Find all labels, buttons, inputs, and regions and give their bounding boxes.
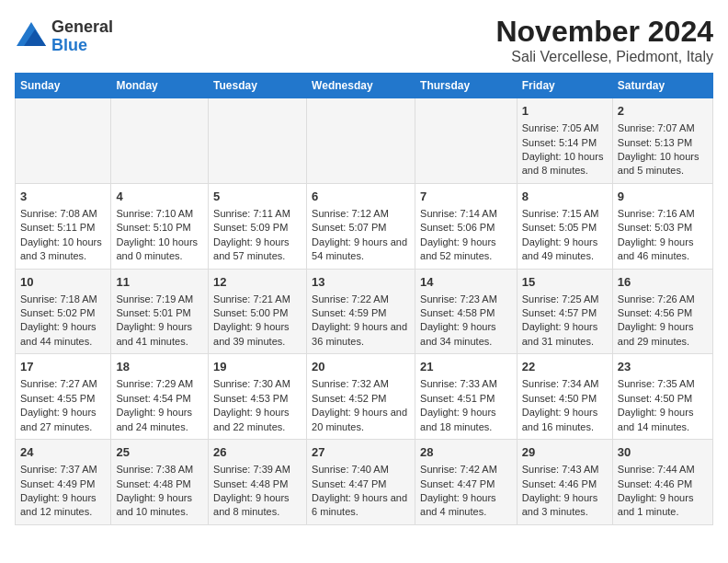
calendar-cell: 18Sunrise: 7:29 AM Sunset: 4:54 PM Dayli… <box>111 354 209 440</box>
calendar-cell: 27Sunrise: 7:40 AM Sunset: 4:47 PM Dayli… <box>307 440 415 525</box>
title-section: November 2024 Sali Vercellese, Piedmont,… <box>495 15 713 65</box>
day-number: 27 <box>312 444 410 461</box>
calendar-cell: 13Sunrise: 7:22 AM Sunset: 4:59 PM Dayli… <box>307 269 415 354</box>
day-number: 6 <box>312 189 410 205</box>
calendar-cell <box>415 98 518 184</box>
day-number: 22 <box>522 359 608 375</box>
day-number: 5 <box>213 189 301 205</box>
day-number: 15 <box>522 274 608 291</box>
calendar-cell: 20Sunrise: 7:32 AM Sunset: 4:52 PM Dayli… <box>307 354 415 440</box>
day-info: Sunrise: 7:05 AM Sunset: 5:14 PM Dayligh… <box>522 121 608 178</box>
day-number: 16 <box>618 274 708 291</box>
day-info: Sunrise: 7:25 AM Sunset: 4:57 PM Dayligh… <box>522 293 608 350</box>
day-number: 9 <box>618 189 708 205</box>
day-number: 30 <box>618 444 708 461</box>
day-info: Sunrise: 7:26 AM Sunset: 4:56 PM Dayligh… <box>618 293 708 350</box>
day-info: Sunrise: 7:14 AM Sunset: 5:06 PM Dayligh… <box>420 207 512 264</box>
day-number: 28 <box>420 444 512 461</box>
day-info: Sunrise: 7:43 AM Sunset: 4:46 PM Dayligh… <box>522 463 608 520</box>
day-number: 3 <box>20 189 106 205</box>
calendar-body: 1Sunrise: 7:05 AM Sunset: 5:14 PM Daylig… <box>16 98 713 525</box>
day-info: Sunrise: 7:44 AM Sunset: 4:46 PM Dayligh… <box>618 463 708 520</box>
day-info: Sunrise: 7:35 AM Sunset: 4:50 PM Dayligh… <box>618 377 708 434</box>
day-info: Sunrise: 7:33 AM Sunset: 4:51 PM Dayligh… <box>420 377 512 434</box>
day-number: 21 <box>420 359 512 375</box>
header-saturday: Saturday <box>612 74 712 98</box>
day-info: Sunrise: 7:19 AM Sunset: 5:01 PM Dayligh… <box>116 293 203 350</box>
calendar-cell: 2Sunrise: 7:07 AM Sunset: 5:13 PM Daylig… <box>612 98 712 184</box>
page-header: General Blue November 2024 Sali Vercelle… <box>15 15 713 65</box>
day-number: 20 <box>312 359 410 375</box>
day-info: Sunrise: 7:34 AM Sunset: 4:50 PM Dayligh… <box>522 377 608 434</box>
calendar-cell <box>209 98 307 184</box>
day-info: Sunrise: 7:29 AM Sunset: 4:54 PM Dayligh… <box>116 377 203 434</box>
calendar-cell: 28Sunrise: 7:42 AM Sunset: 4:47 PM Dayli… <box>415 440 518 525</box>
day-info: Sunrise: 7:10 AM Sunset: 5:10 PM Dayligh… <box>116 207 203 264</box>
day-info: Sunrise: 7:16 AM Sunset: 5:03 PM Dayligh… <box>618 207 708 264</box>
day-info: Sunrise: 7:08 AM Sunset: 5:11 PM Dayligh… <box>20 207 106 264</box>
day-number: 13 <box>312 274 410 291</box>
day-number: 10 <box>20 274 106 291</box>
main-title: November 2024 <box>495 15 713 49</box>
calendar-cell: 9Sunrise: 7:16 AM Sunset: 5:03 PM Daylig… <box>612 183 712 269</box>
day-info: Sunrise: 7:23 AM Sunset: 4:58 PM Dayligh… <box>420 293 512 350</box>
day-info: Sunrise: 7:37 AM Sunset: 4:49 PM Dayligh… <box>20 463 106 520</box>
day-number: 24 <box>20 444 106 461</box>
calendar-cell: 15Sunrise: 7:25 AM Sunset: 4:57 PM Dayli… <box>517 269 612 354</box>
calendar-cell: 30Sunrise: 7:44 AM Sunset: 4:46 PM Dayli… <box>612 440 712 525</box>
day-info: Sunrise: 7:12 AM Sunset: 5:07 PM Dayligh… <box>312 207 410 264</box>
calendar-cell <box>307 98 415 184</box>
calendar-week-5: 24Sunrise: 7:37 AM Sunset: 4:49 PM Dayli… <box>16 440 713 525</box>
calendar-table: Sunday Monday Tuesday Wednesday Thursday… <box>15 73 713 525</box>
calendar-cell: 26Sunrise: 7:39 AM Sunset: 4:48 PM Dayli… <box>209 440 307 525</box>
calendar-cell: 7Sunrise: 7:14 AM Sunset: 5:06 PM Daylig… <box>415 183 518 269</box>
logo-blue: Blue <box>51 37 113 55</box>
header-wednesday: Wednesday <box>307 74 415 98</box>
day-info: Sunrise: 7:39 AM Sunset: 4:48 PM Dayligh… <box>213 463 301 520</box>
header-friday: Friday <box>517 74 612 98</box>
calendar-cell: 24Sunrise: 7:37 AM Sunset: 4:49 PM Dayli… <box>16 440 111 525</box>
calendar-cell: 3Sunrise: 7:08 AM Sunset: 5:11 PM Daylig… <box>16 183 111 269</box>
logo: General Blue <box>15 18 113 55</box>
day-info: Sunrise: 7:30 AM Sunset: 4:53 PM Dayligh… <box>213 377 301 434</box>
calendar-week-3: 10Sunrise: 7:18 AM Sunset: 5:02 PM Dayli… <box>16 269 713 354</box>
calendar-cell: 11Sunrise: 7:19 AM Sunset: 5:01 PM Dayli… <box>111 269 209 354</box>
day-number: 4 <box>116 189 203 205</box>
header-monday: Monday <box>111 74 209 98</box>
day-number: 11 <box>116 274 203 291</box>
calendar-cell: 29Sunrise: 7:43 AM Sunset: 4:46 PM Dayli… <box>517 440 612 525</box>
calendar-cell: 1Sunrise: 7:05 AM Sunset: 5:14 PM Daylig… <box>517 98 612 184</box>
logo-general: General <box>51 18 113 37</box>
calendar-cell: 12Sunrise: 7:21 AM Sunset: 5:00 PM Dayli… <box>209 269 307 354</box>
day-number: 25 <box>116 444 203 461</box>
day-info: Sunrise: 7:07 AM Sunset: 5:13 PM Dayligh… <box>618 121 708 178</box>
day-number: 1 <box>522 103 608 120</box>
day-info: Sunrise: 7:27 AM Sunset: 4:55 PM Dayligh… <box>20 377 106 434</box>
day-number: 23 <box>618 359 708 375</box>
logo-icon <box>15 20 48 53</box>
day-number: 18 <box>116 359 203 375</box>
calendar-cell: 22Sunrise: 7:34 AM Sunset: 4:50 PM Dayli… <box>517 354 612 440</box>
day-info: Sunrise: 7:42 AM Sunset: 4:47 PM Dayligh… <box>420 463 512 520</box>
calendar-cell: 6Sunrise: 7:12 AM Sunset: 5:07 PM Daylig… <box>307 183 415 269</box>
calendar-cell: 21Sunrise: 7:33 AM Sunset: 4:51 PM Dayli… <box>415 354 518 440</box>
calendar-cell: 19Sunrise: 7:30 AM Sunset: 4:53 PM Dayli… <box>209 354 307 440</box>
header-sunday: Sunday <box>16 74 111 98</box>
header-thursday: Thursday <box>415 74 518 98</box>
day-number: 2 <box>618 103 708 120</box>
day-info: Sunrise: 7:18 AM Sunset: 5:02 PM Dayligh… <box>20 293 106 350</box>
day-info: Sunrise: 7:21 AM Sunset: 5:00 PM Dayligh… <box>213 293 301 350</box>
day-number: 17 <box>20 359 106 375</box>
calendar-week-2: 3Sunrise: 7:08 AM Sunset: 5:11 PM Daylig… <box>16 183 713 269</box>
calendar-cell: 17Sunrise: 7:27 AM Sunset: 4:55 PM Dayli… <box>16 354 111 440</box>
day-number: 8 <box>522 189 608 205</box>
calendar-cell: 25Sunrise: 7:38 AM Sunset: 4:48 PM Dayli… <box>111 440 209 525</box>
header-tuesday: Tuesday <box>209 74 307 98</box>
day-info: Sunrise: 7:32 AM Sunset: 4:52 PM Dayligh… <box>312 377 410 434</box>
day-info: Sunrise: 7:11 AM Sunset: 5:09 PM Dayligh… <box>213 207 301 264</box>
day-number: 7 <box>420 189 512 205</box>
logo-text: General Blue <box>51 18 113 55</box>
day-info: Sunrise: 7:15 AM Sunset: 5:05 PM Dayligh… <box>522 207 608 264</box>
day-info: Sunrise: 7:22 AM Sunset: 4:59 PM Dayligh… <box>312 293 410 350</box>
calendar-cell: 10Sunrise: 7:18 AM Sunset: 5:02 PM Dayli… <box>16 269 111 354</box>
